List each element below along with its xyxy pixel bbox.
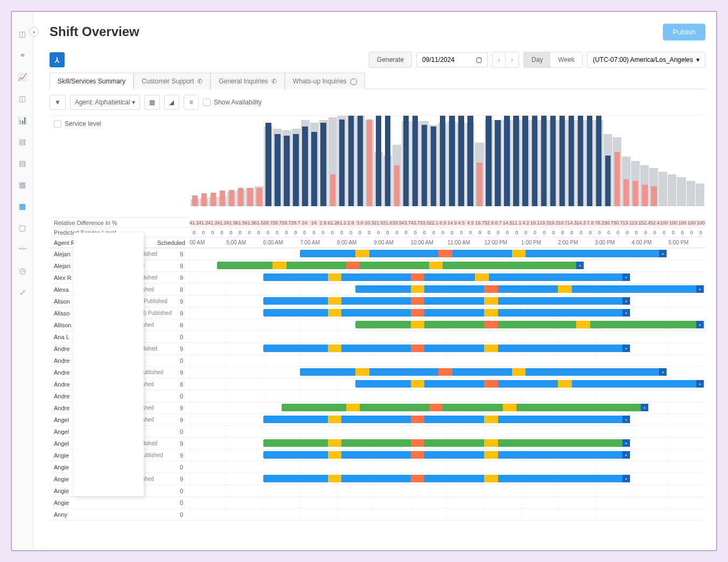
agent-row[interactable]: AngiePublished9▪ xyxy=(50,473,705,485)
agent-row[interactable]: Angie0 xyxy=(50,461,705,473)
nav-collapse-icon[interactable]: ⤢ xyxy=(17,286,29,298)
shift-bar[interactable]: ▪ xyxy=(263,451,632,459)
agent-row[interactable]: Anny0 xyxy=(50,509,705,521)
prev-day-button[interactable]: ‹ xyxy=(493,52,506,67)
service-level-label: Service level xyxy=(65,120,101,128)
tab-general-inquiries[interactable]: General Inquiries✆ xyxy=(211,73,284,89)
shift-bar[interactable]: ▪ xyxy=(355,321,705,328)
shift-bar[interactable]: ▪ xyxy=(263,345,632,352)
chevron-down-icon: ▾ xyxy=(696,56,699,64)
generate-button[interactable]: Generate xyxy=(369,52,412,68)
popup-overlay[interactable] xyxy=(74,233,144,496)
agent-row[interactable]: Andre0 xyxy=(50,355,705,367)
agent-row[interactable]: AlexaPublished8▪ xyxy=(50,284,705,296)
agent-row[interactable]: Alejanlished9▪ xyxy=(50,260,705,272)
shift-bar[interactable]: ▪ xyxy=(355,380,705,388)
agent-row[interactable]: Ana L0 xyxy=(50,331,705,343)
agent-row[interactable]: Alejan) Published9▪ xyxy=(50,248,705,260)
agent-row[interactable]: Angieez) Published9▪ xyxy=(50,449,705,461)
agent-scheduled: 9 xyxy=(173,346,190,352)
nav-stats-icon[interactable]: 📊 xyxy=(17,114,29,126)
nav-trend-icon[interactable]: 〰 xyxy=(17,243,29,255)
shift-bar[interactable]: ▪ xyxy=(263,439,632,447)
next-day-button[interactable]: › xyxy=(506,52,519,67)
timezone-select[interactable]: (UTC-07:00) America/Los_Angeles ▾ xyxy=(587,52,705,68)
agent-row[interactable]: Andreaa) Published9▪ xyxy=(50,367,705,378)
agent-gantt: ▪ xyxy=(190,473,705,484)
chevron-down-icon: ▾ xyxy=(132,99,135,106)
agent-row[interactable]: Angie0 xyxy=(50,485,705,497)
agent-row[interactable]: Angelb)0 xyxy=(50,426,705,438)
shift-bar[interactable]: ▪ xyxy=(263,273,632,281)
phone-icon: ✆ xyxy=(271,78,277,85)
tab-label: Customer Support xyxy=(142,78,194,85)
agent-gantt: ▪ xyxy=(190,414,705,425)
shift-bar[interactable]: ▪ xyxy=(217,262,585,269)
tab-skill-services-summary[interactable]: Skill/Services Summary xyxy=(50,73,134,89)
agent-row[interactable]: AndrePublished9▪ xyxy=(50,402,705,414)
main-content: Shift Overview Publish ⅄ Generate 09/11/… xyxy=(44,17,711,521)
day-button[interactable]: Day xyxy=(524,52,550,67)
agent-row[interactable]: Andre) Published9▪ xyxy=(50,343,705,355)
service-level-checkbox[interactable]: Service level xyxy=(54,120,185,128)
shift-bar[interactable]: ▪ xyxy=(263,475,632,482)
tab-whats-up-inquiries[interactable]: Whats-up Inquiries◯ xyxy=(285,73,365,89)
agent-gantt: ▪ xyxy=(190,248,705,259)
workspace: Service level xyxy=(50,115,705,218)
shift-bar[interactable]: ▪ xyxy=(300,368,668,376)
nav-link-icon[interactable]: ⚭ xyxy=(17,50,29,61)
show-availability-checkbox[interactable]: Show Availability xyxy=(203,99,262,106)
shift-bar[interactable]: ▪ xyxy=(300,250,668,257)
agent-gantt: ▪ xyxy=(190,307,705,319)
nav-shift-icon[interactable]: ▦ xyxy=(17,200,29,212)
agent-gantt: ▪ xyxy=(190,378,705,390)
predicted-service-level-row: Predicted Service Level 0000000000000000… xyxy=(50,228,705,237)
expand-sidebar-button[interactable]: › xyxy=(29,27,39,37)
agent-row[interactable]: Alissoez_tel) Published9▪ xyxy=(50,307,705,319)
sort-value: Agent: Alphabetical xyxy=(75,99,130,106)
nav-data-icon[interactable]: ◫ xyxy=(17,93,29,104)
date-picker[interactable]: 09/11/2024 ▢ xyxy=(416,52,488,67)
view-grid-button[interactable]: ▦ xyxy=(144,95,160,110)
agent-gantt xyxy=(190,355,705,366)
branch-button[interactable]: ⅄ xyxy=(50,52,65,67)
nav-db-icon[interactable]: ◫ xyxy=(17,28,29,40)
tab-customer-support[interactable]: Customer Support✆ xyxy=(134,73,211,89)
agent-row[interactable]: Alex R) Published9▪ xyxy=(50,272,705,284)
sort-select[interactable]: Agent: Alphabetical▾ xyxy=(70,95,140,110)
agent-row[interactable]: AndrePublished8▪ xyxy=(50,378,705,390)
publish-button[interactable]: Publish xyxy=(663,24,705,40)
agent-gantt: ▪ xyxy=(190,402,705,413)
left-column: Service level xyxy=(50,116,190,218)
week-button[interactable]: Week xyxy=(550,52,582,67)
agent-row[interactable]: Andrea)0 xyxy=(50,390,705,402)
agent-scheduled: 0 xyxy=(173,464,190,470)
filter-button[interactable]: ▼ xyxy=(50,95,66,110)
agent-gantt: ▪ xyxy=(190,296,705,307)
agent-scheduled: 8 xyxy=(173,381,190,388)
view-chart-button[interactable]: ◢ xyxy=(164,95,179,110)
nav-cal-icon[interactable]: ▢ xyxy=(17,222,29,234)
shift-bar[interactable]: ▪ xyxy=(282,404,650,411)
view-list-button[interactable]: ≡ xyxy=(184,95,199,110)
shift-bar[interactable]: ▪ xyxy=(263,297,632,305)
agent-scheduled: 9 xyxy=(173,310,190,317)
nav-doc2-icon[interactable]: ▤ xyxy=(17,157,29,169)
tabs-bar: Skill/Services SummaryCustomer Support✆G… xyxy=(50,72,705,89)
agent-gantt: ▪ xyxy=(190,367,705,378)
agent-gantt: ▪ xyxy=(190,284,705,295)
nav-grid-icon[interactable]: ▦ xyxy=(17,179,29,191)
scheduled-label: Scheduled xyxy=(157,240,185,246)
agent-gantt: ▪ xyxy=(190,272,705,283)
shift-bar[interactable]: ▪ xyxy=(263,416,632,423)
nav-doc1-icon[interactable]: ▤ xyxy=(17,136,29,147)
agent-row[interactable]: Angel) Published9▪ xyxy=(50,438,705,449)
nav-chart-icon[interactable]: 📈 xyxy=(17,71,29,83)
shift-bar[interactable]: ▪ xyxy=(355,285,705,293)
agent-row[interactable]: AllisonPublished8▪ xyxy=(50,319,705,331)
agent-row[interactable]: AngelPublished9▪ xyxy=(50,414,705,426)
agent-row[interactable]: Alisonezm) Published9▪ xyxy=(50,296,705,307)
shift-bar[interactable]: ▪ xyxy=(263,309,632,317)
nav-clock-icon[interactable]: ◷ xyxy=(17,265,29,277)
agent-row[interactable]: Angie0 xyxy=(50,497,705,509)
